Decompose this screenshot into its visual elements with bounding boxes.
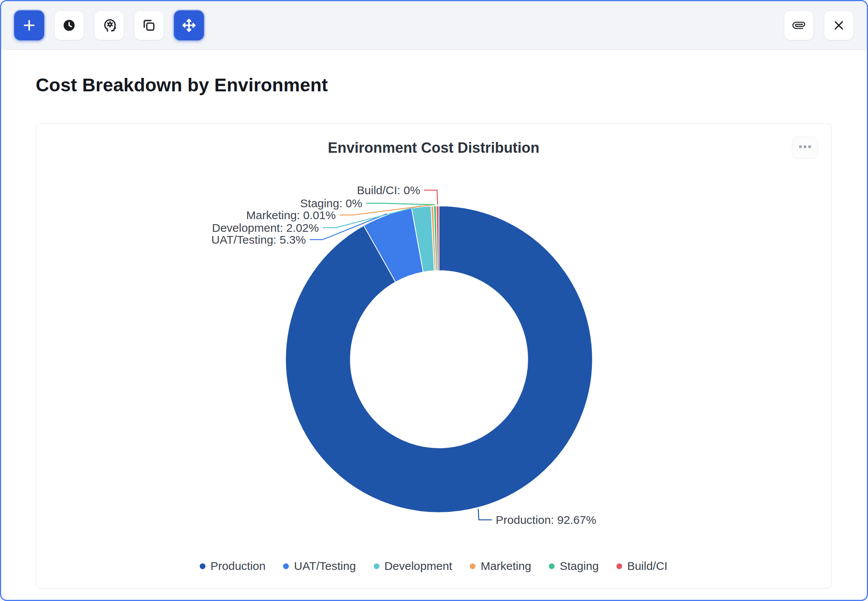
duplicate-button[interactable]	[134, 10, 164, 40]
chart-title: Environment Cost Distribution	[36, 124, 831, 156]
legend-item-production[interactable]: Production	[200, 560, 265, 573]
close-button[interactable]	[824, 10, 854, 40]
app-window: Cost Breakdown by Environment Environmen…	[0, 0, 868, 601]
legend-item-uat-testing[interactable]: UAT/Testing	[283, 560, 356, 573]
slice-label-development: Development: 2.02%	[212, 221, 319, 234]
chart-legend: ProductionUAT/TestingDevelopmentMarketin…	[36, 560, 831, 573]
legend-label: Staging	[560, 560, 599, 573]
legend-label: Marketing	[480, 560, 531, 573]
move-icon	[181, 18, 197, 33]
legend-label: Build/CI	[627, 560, 668, 573]
legend-dot-build-ci	[616, 563, 622, 569]
label-line-build-ci	[424, 190, 437, 205]
plus-icon	[22, 18, 37, 33]
legend-item-staging[interactable]: Staging	[549, 560, 599, 573]
slice-label-marketing: Marketing: 0.01%	[246, 209, 336, 221]
legend-dot-staging	[549, 563, 555, 569]
clock-icon	[61, 18, 77, 33]
legend-label: Development	[384, 560, 452, 573]
legend-label: UAT/Testing	[294, 560, 356, 573]
legend-dot-marketing	[470, 563, 475, 569]
attach-button[interactable]	[784, 10, 814, 40]
history-button[interactable]	[54, 10, 84, 40]
paperclip-icon	[791, 18, 807, 33]
slice-label-production: Production: 92.67%	[496, 513, 596, 526]
legend-item-build-ci[interactable]: Build/CI	[616, 560, 668, 573]
slice-label-build-ci: Build/CI: 0%	[357, 184, 420, 196]
donut-chart: Production: 92.67%UAT/Testing: 5.3%Devel…	[36, 124, 831, 588]
legend-label: Production	[210, 560, 265, 573]
toolbar	[1, 1, 867, 50]
chart-card: Environment Cost Distribution ⋯ Producti…	[36, 123, 832, 588]
add-button[interactable]	[14, 10, 44, 40]
label-line-production	[478, 509, 492, 520]
legend-item-marketing[interactable]: Marketing	[470, 560, 531, 573]
assistant-button[interactable]	[94, 10, 124, 40]
slice-label-uat-testing: UAT/Testing: 5.3%	[211, 233, 306, 246]
mind-icon	[101, 18, 117, 33]
legend-dot-development	[374, 563, 379, 569]
close-icon	[831, 18, 846, 33]
page-title: Cost Breakdown by Environment	[36, 74, 832, 96]
slice-label-staging: Staging: 0%	[300, 197, 363, 210]
legend-dot-uat-testing	[283, 563, 289, 569]
toolbar-right-group	[784, 10, 854, 40]
card-menu-button[interactable]: ⋯	[792, 137, 818, 159]
copy-icon	[141, 18, 157, 33]
legend-item-development[interactable]: Development	[374, 560, 452, 573]
content-area: Cost Breakdown by Environment Environmen…	[1, 50, 867, 588]
legend-dot-production	[200, 563, 205, 569]
label-line-staging	[366, 203, 435, 205]
move-button[interactable]	[174, 10, 204, 40]
